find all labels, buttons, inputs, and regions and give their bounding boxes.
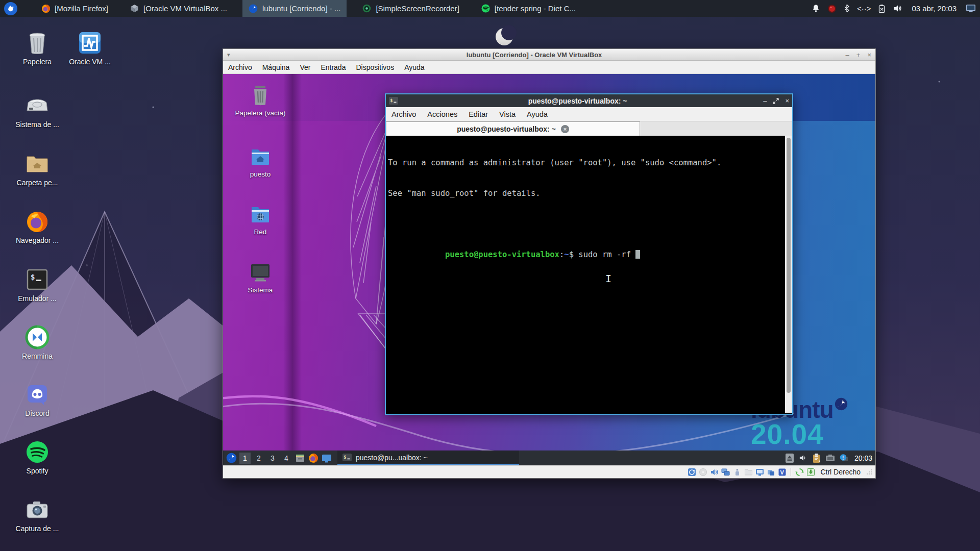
terminal-body[interactable]: To run a command as administrator (user …	[386, 136, 792, 413]
terminal-titlebar[interactable]: $ puesto@puesto-virtualbox: ~ – ×	[386, 94, 792, 107]
terminal-close-icon[interactable]: ×	[785, 97, 789, 105]
desktop-icon-screenshot[interactable]: Captura de ...	[6, 497, 68, 533]
workspace-3[interactable]: 3	[267, 453, 278, 464]
desktop-icon-label: Spotify	[6, 467, 68, 475]
svg-text:$: $	[31, 273, 35, 281]
statusbar-network-icon[interactable]	[721, 468, 730, 477]
statusbar-recording-icon[interactable]	[767, 468, 775, 477]
menu-maquina[interactable]: Máquina	[257, 63, 295, 71]
resize-grip[interactable]	[866, 469, 872, 475]
desktop-icon-terminal-emulator[interactable]: $ Emulador ...	[6, 267, 68, 303]
terminal-minimize-icon[interactable]: –	[763, 97, 767, 105]
remmina-icon	[25, 325, 50, 349]
vm-taskbar-task-terminal[interactable]: $ puesto@pu...ualbox: ~	[337, 450, 519, 465]
virtualbox-window-title: lubuntu [Corriendo] - Oracle VM VirtualB…	[230, 51, 839, 59]
statusbar-audio-icon[interactable]	[710, 468, 719, 477]
mouse-ibeam-cursor: I	[605, 272, 611, 285]
prompt-separator: :	[559, 250, 564, 259]
terminal-menubar: Archivo Acciones Editar Vista Ayuda	[386, 107, 792, 121]
prompt-symbol: $	[569, 250, 579, 259]
maximize-icon[interactable]: +	[856, 52, 861, 58]
menu-archivo[interactable]: Archivo	[223, 63, 257, 71]
terminal-restore-icon[interactable]	[773, 98, 779, 104]
clipboard-icon[interactable]	[812, 453, 821, 463]
desktop-icon-label: Remmina	[6, 352, 68, 360]
desktop-icon-virtualbox[interactable]: Oracle VM ...	[59, 31, 121, 66]
removable-media-icon[interactable]	[785, 453, 794, 463]
close-icon[interactable]: ×	[867, 52, 871, 58]
taskbar-item-firefox[interactable]: [Mozilla Firefox]	[35, 0, 114, 17]
bluetooth-icon[interactable]	[844, 4, 850, 13]
desktop-icon-remmina[interactable]: Remmina	[6, 325, 68, 360]
file-manager-icon[interactable]	[295, 453, 305, 463]
terminal-menu-acciones[interactable]: Acciones	[422, 110, 463, 118]
update-notifier-icon[interactable]: !	[840, 454, 848, 462]
menu-dispositivos[interactable]: Dispositivos	[351, 63, 399, 71]
taskbar-item-virtualbox[interactable]: [Oracle VM VirtualBox ...	[124, 0, 233, 17]
terminal-cursor	[635, 250, 640, 259]
show-desktop-icon[interactable]	[321, 453, 332, 463]
notifications-bell-icon[interactable]	[812, 4, 820, 13]
terminal-menu-editar[interactable]: Editar	[463, 110, 494, 118]
logo-version: 20.04	[751, 420, 869, 448]
terminal-menu-ayuda[interactable]: Ayuda	[521, 110, 553, 118]
taskbar-item-lubuntu-vm[interactable]: lubuntu [Corriendo] - ...	[242, 0, 347, 17]
desktop-icon-browser[interactable]: Navegador ...	[6, 209, 68, 244]
terminal-tab[interactable]: puesto@puesto-virtualbox: ~ ×	[386, 121, 640, 136]
vm-network-icon[interactable]	[825, 454, 835, 462]
vm-desktop-icon-trash[interactable]: Papelera (vacía)	[227, 84, 293, 117]
display-tray-icon[interactable]	[966, 4, 976, 13]
statusbar-display-icon[interactable]	[755, 468, 764, 477]
vm-desktop-icon-home[interactable]: puesto	[227, 145, 293, 178]
minimize-icon[interactable]: –	[846, 52, 849, 58]
volume-icon[interactable]	[893, 4, 902, 13]
app-menu-icon[interactable]	[4, 2, 17, 15]
statusbar-mouse-integration-icon[interactable]	[795, 468, 804, 477]
statusbar-shared-folders-icon[interactable]	[744, 468, 753, 477]
workspace-4[interactable]: 4	[281, 453, 292, 464]
taskbar-item-screenrecorder[interactable]: [SimpleScreenRecorder]	[356, 0, 465, 17]
statusbar-optical-disc-icon[interactable]	[699, 468, 707, 477]
terminal-scrollbar[interactable]	[785, 136, 792, 413]
desktop-icon-discord[interactable]: Discord	[6, 382, 68, 417]
statusbar-harddisk-icon[interactable]	[688, 468, 696, 477]
terminal-menu-archivo[interactable]: Archivo	[386, 110, 422, 118]
statusbar-keyboard-capture-icon[interactable]	[806, 468, 815, 477]
vm-volume-icon[interactable]	[799, 454, 807, 462]
workspace-1[interactable]: 1	[239, 453, 251, 464]
firefox-taskbar-icon[interactable]	[308, 453, 318, 463]
desktop-icon-filesystem[interactable]: Sistema de ...	[6, 93, 68, 129]
lubuntu-menu-icon[interactable]	[226, 453, 237, 463]
vm-desktop-icon-label: Papelera (vacía)	[227, 109, 293, 117]
network-icon[interactable]: <··>	[857, 4, 871, 13]
battery-icon[interactable]	[878, 4, 886, 13]
host-clock[interactable]: 03 abr, 20:03	[912, 4, 957, 13]
menu-ver[interactable]: Ver	[295, 63, 315, 71]
tab-close-icon[interactable]: ×	[561, 125, 569, 133]
statusbar-separator	[791, 468, 791, 476]
workspace-2[interactable]: 2	[253, 453, 264, 464]
terminal-scrollbar-thumb[interactable]	[787, 138, 791, 393]
virtualbox-titlebar[interactable]: ▾ lubuntu [Corriendo] - Oracle VM Virtua…	[223, 49, 875, 61]
menu-ayuda[interactable]: Ayuda	[399, 63, 429, 71]
menu-entrada[interactable]: Entrada	[315, 63, 351, 71]
desktop-icon-home-folder[interactable]: Carpeta pe...	[6, 152, 68, 187]
vm-desktop-icon-computer[interactable]: Sistema	[227, 261, 293, 294]
vm-screen[interactable]: lubuntu 20.04 Papelera (vacía) puesto Re…	[223, 74, 875, 465]
vm-clock[interactable]: 20:03	[854, 454, 872, 462]
desktop-icon-label: Captura de ...	[6, 524, 68, 533]
firefox-icon	[41, 4, 51, 13]
vm-desktop-icon-network[interactable]: Red	[227, 203, 293, 236]
svg-text:!: !	[842, 455, 844, 461]
taskbar-item-spotify[interactable]: [tender spring - Diet C...	[475, 0, 582, 17]
desktop-icon-label: Carpeta pe...	[6, 179, 68, 187]
vm-trash-icon	[249, 84, 272, 107]
desktop-icon-spotify[interactable]: Spotify	[6, 440, 68, 475]
virtualbox-menubar: Archivo Máquina Ver Entrada Dispositivos…	[223, 61, 875, 74]
record-tray-icon[interactable]	[827, 4, 837, 13]
statusbar-usb-icon[interactable]	[733, 468, 742, 477]
statusbar-vbox-features-icon[interactable]: V	[778, 468, 787, 477]
terminal-menu-vista[interactable]: Vista	[494, 110, 521, 118]
desktop-icon-label: Navegador ...	[6, 236, 68, 244]
vm-desktop-icon-label: Sistema	[227, 286, 293, 294]
